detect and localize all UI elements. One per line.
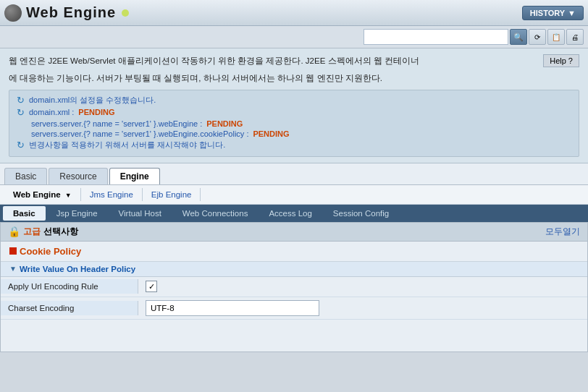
subtab-ejb-engine[interactable]: Ejb Engine <box>143 188 201 201</box>
pending-section: ↻ domain.xml의 설정을 수정했습니다. ↻ domain.xml :… <box>9 90 579 157</box>
ctab-access-log[interactable]: Access Log <box>259 206 322 221</box>
ctab-virtual-host[interactable]: Virtual Host <box>109 206 172 221</box>
label-url-encoding: Apply Url Encoding Rule <box>1 279 138 294</box>
charset-input[interactable] <box>146 300 319 316</box>
value-url-encoding: ✓ <box>138 278 587 295</box>
info-text-1: 웹 엔진은 J2EE Web/Servlet 애플리케이션이 작동하기 위한 환… <box>9 54 536 67</box>
cookie-policy-section: Cookie Policy <box>1 242 587 262</box>
sync-icon-1: ↻ <box>17 107 25 118</box>
pending-row-0: ↻ domain.xml의 설정을 수정했습니다. <box>17 95 571 106</box>
form-row-charset: Charset Encoding <box>1 297 587 320</box>
web-engine-arrow: ▼ <box>65 192 72 199</box>
pending-row-4: ↻ 변경사항을 적용하기 위해서 서버를 재시작해야 합니다. <box>17 140 571 150</box>
info-text-2: 에 대응하는 기능이다. 서버가 부팅될 때 실행되며, 하나의 서버에서는 하… <box>9 72 536 85</box>
ctab-jsp-engine[interactable]: Jsp Engine <box>46 206 108 221</box>
write-value-header[interactable]: ▼ Write Value On Header Policy <box>1 262 587 277</box>
export-button[interactable]: 📋 <box>547 29 565 45</box>
section-title-text: 선택사항 <box>43 226 78 238</box>
section-header: 🔒 고급 선택사항 모두열기 <box>1 223 587 242</box>
lock-icon: 🔒 <box>8 226 20 237</box>
form-row-url-encoding: Apply Url Encoding Rule ✓ <box>1 277 587 297</box>
expand-all-link[interactable]: 모두열기 <box>545 226 580 237</box>
section-title: 🔒 고급 선택사항 <box>8 226 78 238</box>
title-dot <box>122 9 129 17</box>
pending-row-3: servers.server.{? name = 'server1' }.web… <box>31 129 571 138</box>
page-title: Web Engine <box>26 4 116 21</box>
help-button[interactable]: Help ? <box>543 54 579 67</box>
content-tab-bar: Basic Jsp Engine Virtual Host Web Connec… <box>0 205 588 222</box>
search-bar: 🔍 ⟳ 📋 🖨 <box>0 26 588 48</box>
write-value-title: Write Value On Header Policy <box>20 265 135 273</box>
main-content: 🔒 고급 선택사항 모두열기 Cookie Policy ▼ Write Val… <box>0 222 588 352</box>
sync-icon-4: ↻ <box>17 140 25 150</box>
label-charset: Charset Encoding <box>1 301 138 315</box>
value-charset <box>138 297 587 319</box>
info-panel: 웹 엔진은 J2EE Web/Servlet 애플리케이션이 작동하기 위한 환… <box>0 48 588 163</box>
ctab-session-config[interactable]: Session Config <box>323 206 399 221</box>
pending-row-2: servers.server.{? name = 'server1' }.web… <box>31 119 571 128</box>
search-button[interactable]: 🔍 <box>510 29 527 45</box>
web-engine-icon <box>4 4 22 22</box>
cookie-policy-title: Cookie Policy <box>9 246 579 257</box>
tab-basic[interactable]: Basic <box>4 168 47 184</box>
refresh-button[interactable]: ⟳ <box>529 29 546 45</box>
collapse-icon: ▼ <box>9 265 17 273</box>
red-square-icon <box>9 247 17 255</box>
ctab-basic[interactable]: Basic <box>3 206 46 221</box>
tab-bar-level2: Web Engine ▼ Jms Engine Ejb Engine <box>0 185 588 205</box>
subtab-jms-engine[interactable]: Jms Engine <box>81 188 143 201</box>
sync-icon-0: ↻ <box>17 95 25 106</box>
tab-bar-level1: Basic Resource Engine <box>0 163 588 185</box>
level-badge: 고급 <box>23 226 41 238</box>
ctab-web-connections[interactable]: Web Connections <box>172 206 259 221</box>
pending-row-1: ↻ domain.xml : PENDING <box>17 107 571 118</box>
title-area: Web Engine <box>4 4 129 22</box>
tab-resource[interactable]: Resource <box>49 168 107 184</box>
subtab-web-engine[interactable]: Web Engine ▼ <box>4 188 81 201</box>
checkbox-url-encoding[interactable]: ✓ <box>146 281 157 292</box>
top-bar: Web Engine HISTORY ▼ <box>0 0 588 26</box>
tab-engine[interactable]: Engine <box>109 168 160 184</box>
history-button[interactable]: HISTORY ▼ <box>522 6 584 20</box>
print-button[interactable]: 🖨 <box>566 29 584 45</box>
search-input[interactable] <box>364 29 508 45</box>
